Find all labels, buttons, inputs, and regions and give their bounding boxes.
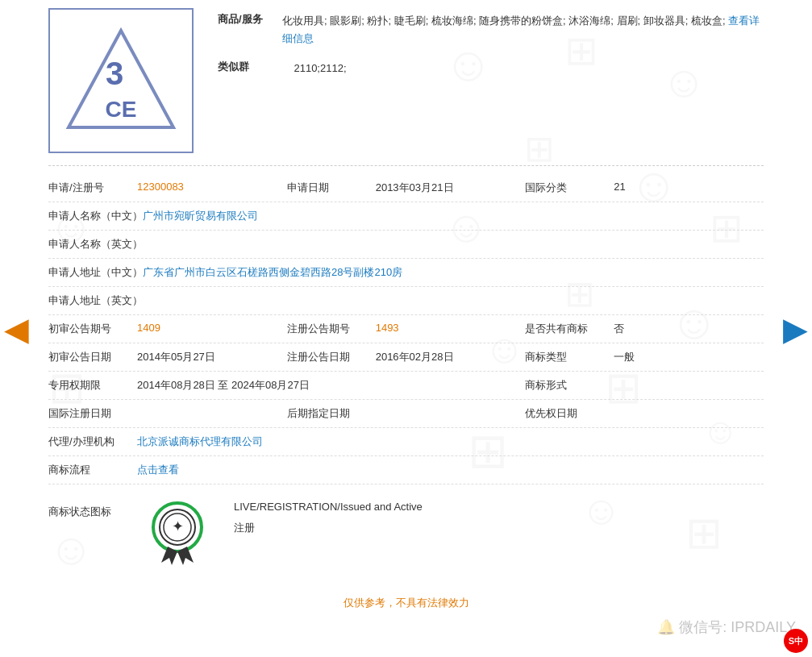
cell-app-number: 申请/注册号 12300083: [48, 181, 287, 195]
detail-link[interactable]: 查看详细信息: [282, 15, 760, 44]
applicant-cn-label: 申请人名称（中文）: [48, 209, 143, 223]
info-row-6: 初审公告期号 1409 注册公告期号 1493 是否共有商标 否: [48, 315, 764, 343]
info-row-10: 代理/办理机构 北京派诚商标代理有限公司: [48, 428, 764, 456]
applicant-cn-value: 广州市宛昕贸易有限公司: [143, 209, 764, 223]
content-area: 3 CE 商品/服务 化妆用具; 眼影刷; 粉扑; 睫毛刷; 梳妆海绵; 随身携…: [0, 0, 812, 630]
reg-pub-label: 注册公告期号: [287, 322, 376, 336]
app-date-label: 申请日期: [287, 181, 376, 195]
addr-cn-value: 广东省广州市白云区石槎路西侧金碧西路28号副楼210房: [143, 265, 764, 280]
cell-exclusive-period: 专用权期限 2014年08月28日 至 2024年08月27日: [48, 378, 525, 393]
status-text-area: LIVE/REGISTRATION/Issued and Active 注册: [234, 497, 423, 535]
svg-text:✦: ✦: [172, 518, 184, 534]
cell-intl-reg-date: 国际注册日期: [48, 406, 287, 421]
cell-intl-class: 国际分类 21: [525, 181, 764, 195]
status-badge-svg: ✦: [141, 497, 214, 569]
status-sub-text: 注册: [234, 521, 423, 535]
info-grid: 申请/注册号 12300083 申请日期 2013年03月21日 国际分类 21…: [48, 174, 764, 484]
initial-pub-value: 1409: [137, 322, 287, 334]
intl-class-value: 21: [614, 181, 764, 193]
exclusive-period-value: 2014年08月28日 至 2024年08月27日: [137, 378, 525, 393]
app-number-value: 12300083: [137, 181, 287, 193]
tm-type-label: 商标类型: [525, 350, 614, 364]
disclaimer: 仅供参考，不具有法律效力: [48, 584, 764, 614]
cell-process: 商标流程 点击查看: [48, 463, 764, 477]
cell-addr-cn: 申请人地址（中文） 广东省广州市白云区石槎路西侧金碧西路28号副楼210房: [48, 265, 764, 280]
info-row-9: 国际注册日期 后期指定日期 优先权日期: [48, 400, 764, 428]
app-date-value: 2013年03月21日: [376, 181, 526, 195]
svg-text:3: 3: [106, 56, 123, 91]
agency-label: 代理/办理机构: [48, 435, 137, 449]
main-container: ☺ ⊞ ☺ ⊞ ☺ ⊞ ☺ ⊞ ☺ ☺ ⊞ ☺ ⊞ ☺ ⊞ ☺ ⊞ ☺ ◀ ▶: [0, 0, 812, 657]
cell-agency: 代理/办理机构 北京派诚商标代理有限公司: [48, 435, 764, 449]
cell-reg-pub: 注册公告期号 1493: [287, 322, 526, 336]
next-button[interactable]: ▶: [783, 310, 808, 347]
trademark-logo-svg: 3 CE: [65, 24, 177, 137]
info-row-7: 初审公告日期 2014年05月27日 注册公告日期 2016年02月28日 商标…: [48, 343, 764, 372]
product-text: 化妆用具; 眼影刷; 粉扑; 睫毛刷; 梳妆海绵; 随身携带的粉饼盒; 沐浴海绵…: [282, 15, 760, 44]
cell-later-designation: 后期指定日期: [287, 406, 526, 421]
shared-value: 否: [614, 322, 764, 336]
similar-group-value: 2110;2112;: [282, 60, 764, 77]
product-service-label: 商品/服务: [218, 12, 282, 48]
app-number-label: 申请/注册号: [48, 181, 137, 195]
status-icon-label: 商标状态图标: [48, 497, 121, 519]
addr-en-label: 申请人地址（英文）: [48, 293, 143, 308]
reg-pub-date-label: 注册公告日期: [287, 350, 376, 364]
info-row-11: 商标流程 点击查看: [48, 456, 764, 484]
cell-applicant-cn: 申请人名称（中文） 广州市宛昕贸易有限公司: [48, 209, 764, 223]
info-row-1: 申请/注册号 12300083 申请日期 2013年03月21日 国际分类 21: [48, 174, 764, 202]
initial-pub-date-value: 2014年05月27日: [137, 350, 287, 364]
addr-cn-label: 申请人地址（中文）: [48, 265, 143, 280]
cell-shared: 是否共有商标 否: [525, 322, 764, 336]
status-main-text: LIVE/REGISTRATION/Issued and Active: [234, 501, 423, 513]
priority-label: 优先权日期: [525, 406, 614, 421]
intl-reg-date-label: 国际注册日期: [48, 406, 137, 421]
reg-pub-date-value: 2016年02月28日: [376, 350, 526, 364]
cell-applicant-en: 申请人名称（英文）: [48, 237, 764, 252]
prev-button[interactable]: ◀: [4, 310, 29, 347]
process-link[interactable]: 点击查看: [137, 463, 179, 477]
later-designation-label: 后期指定日期: [287, 406, 376, 421]
tm-type-value: 一般: [614, 350, 764, 364]
product-service-row: 商品/服务 化妆用具; 眼影刷; 粉扑; 睫毛刷; 梳妆海绵; 随身携带的粉饼盒…: [218, 12, 764, 48]
cell-initial-pub: 初审公告期号 1409: [48, 322, 287, 336]
trademark-logo-box: 3 CE: [48, 8, 194, 153]
product-service-value: 化妆用具; 眼影刷; 粉扑; 睫毛刷; 梳妆海绵; 随身携带的粉饼盒; 沐浴海绵…: [282, 12, 764, 48]
svg-text:CE: CE: [106, 97, 137, 122]
initial-pub-date-label: 初审公告日期: [48, 350, 137, 364]
cell-priority: 优先权日期: [525, 406, 764, 421]
exclusive-period-label: 专用权期限: [48, 378, 137, 393]
agency-value[interactable]: 北京派诚商标代理有限公司: [137, 435, 263, 449]
tm-form-label: 商标形式: [525, 378, 614, 393]
process-label: 商标流程: [48, 463, 137, 477]
info-row-8: 专用权期限 2014年08月28日 至 2024年08月27日 商标形式: [48, 372, 764, 400]
similar-group-label: 类似群: [218, 60, 282, 77]
info-row-5: 申请人地址（英文）: [48, 287, 764, 315]
info-row-2: 申请人名称（中文） 广州市宛昕贸易有限公司: [48, 202, 764, 231]
product-info: 商品/服务 化妆用具; 眼影刷; 粉扑; 睫毛刷; 梳妆海绵; 随身携带的粉饼盒…: [218, 8, 764, 89]
sogou-badge: S中: [784, 629, 808, 653]
cell-reg-pub-date: 注册公告日期 2016年02月28日: [287, 350, 526, 364]
cell-initial-pub-date: 初审公告日期 2014年05月27日: [48, 350, 287, 364]
similar-group-row: 类似群 2110;2112;: [218, 60, 764, 77]
intl-class-label: 国际分类: [525, 181, 614, 195]
initial-pub-label: 初审公告期号: [48, 322, 137, 336]
applicant-en-label: 申请人名称（英文）: [48, 237, 143, 252]
cell-tm-form: 商标形式: [525, 378, 764, 393]
cell-app-date: 申请日期 2013年03月21日: [287, 181, 526, 195]
status-section: 商标状态图标 ✦ LIVE: [48, 484, 764, 584]
info-row-3: 申请人名称（英文）: [48, 231, 764, 259]
info-row-4: 申请人地址（中文） 广东省广州市白云区石槎路西侧金碧西路28号副楼210房: [48, 259, 764, 287]
top-section: 3 CE 商品/服务 化妆用具; 眼影刷; 粉扑; 睫毛刷; 梳妆海绵; 随身携…: [48, 8, 764, 166]
status-badge-area: ✦: [141, 497, 214, 572]
shared-label: 是否共有商标: [525, 322, 614, 336]
reg-pub-value: 1493: [376, 322, 526, 334]
cell-tm-type: 商标类型 一般: [525, 350, 764, 364]
cell-addr-en: 申请人地址（英文）: [48, 293, 764, 308]
